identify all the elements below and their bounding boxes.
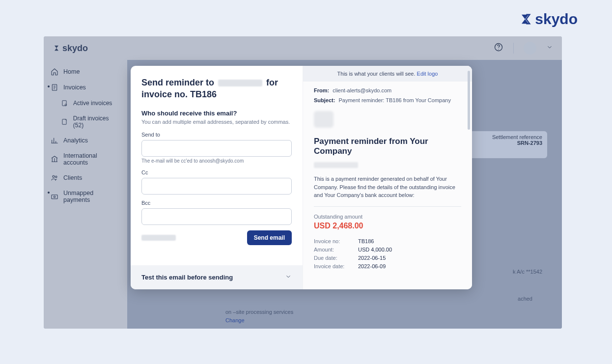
send-to-label: Send to (141, 132, 292, 138)
invoice-date-value: 2022-06-09 (358, 263, 386, 269)
active-bullet (48, 192, 50, 194)
draft-icon (60, 118, 68, 126)
sidebar-item-unmapped[interactable]: Unmapped payments (44, 186, 127, 207)
modal-form-panel: Send reminder to for invoice no. TB186 W… (131, 66, 303, 289)
sidebar-item-international[interactable]: International accounts (44, 148, 127, 170)
app-logo-text: skydo (62, 43, 88, 54)
active-bullet (48, 85, 50, 87)
bcc-label: Bcc (141, 200, 292, 206)
subject-label: Subject: (314, 97, 335, 103)
bg-bank-text: k A/c **1542 (513, 269, 542, 275)
modal-title: Send reminder to for invoice no. TB186 (141, 77, 292, 101)
sidebar-item-clients[interactable]: Clients (44, 170, 127, 186)
sidebar-item-label: Clients (63, 174, 82, 181)
preview-subject-row: Subject: Payment reminder: TB186 from Yo… (314, 97, 461, 103)
settlement-card: Settlement reference SRN-2793 (469, 131, 547, 158)
svg-point-7 (56, 176, 57, 177)
sidebar-item-invoices[interactable]: Invoices (44, 80, 127, 95)
cc-label: Cc (141, 169, 292, 175)
send-reminder-modal: Send reminder to for invoice no. TB186 W… (131, 66, 472, 289)
send-email-button[interactable]: Send email (247, 230, 292, 245)
sidebar-item-home[interactable]: Home (44, 64, 127, 80)
payment-icon (51, 193, 58, 200)
brand-logo: skydo (518, 11, 578, 28)
sidebar-item-active-invoices[interactable]: Active invoices (44, 95, 127, 111)
bg-service-snippet: on –site processing services Change (225, 308, 293, 324)
bg-change-link[interactable]: Change (225, 316, 293, 325)
settlement-value: SRN-2793 (473, 140, 542, 146)
redacted-greeting (314, 162, 358, 168)
subject-value: Payment reminder: TB186 from Your Compan… (338, 97, 450, 103)
sidebar-item-label: Active invoices (73, 100, 112, 107)
home-icon (51, 68, 58, 76)
preview-banner: This is what your clients will see. Edit… (303, 66, 472, 82)
sidebar-item-label: Unmapped payments (63, 190, 120, 203)
svg-rect-8 (52, 195, 57, 199)
from-value: client-alerts@skydo.com (333, 87, 391, 93)
send-to-input[interactable] (141, 140, 292, 157)
sidebar-item-label: Home (63, 68, 80, 75)
edit-logo-link[interactable]: Edit logo (417, 71, 438, 77)
preview-banner-text: This is what your clients will see. (337, 71, 416, 77)
from-label: From: (314, 87, 329, 93)
preview-from-row: From: client-alerts@skydo.com (314, 87, 461, 93)
company-logo-placeholder (314, 111, 334, 128)
active-invoice-icon (60, 99, 68, 107)
outstanding-label: Outstanding amount (314, 214, 461, 220)
app-window: skydo Home Invoices (44, 36, 562, 329)
test-email-section[interactable]: Test this email before sending (131, 265, 303, 289)
sidebar-item-label: Invoices (63, 84, 86, 91)
brand-name: skydo (535, 11, 578, 28)
divider (314, 206, 461, 207)
brand-mark-icon (53, 44, 60, 52)
chevron-down-icon (285, 273, 292, 281)
app-logo[interactable]: skydo (53, 43, 88, 54)
sidebar: Home Invoices Active invoices Draft invo… (44, 60, 127, 329)
sidebar-item-label: Draft invoices (52) (73, 115, 120, 129)
svg-point-1 (498, 49, 499, 50)
preview-body: This is a payment reminder generated on … (314, 175, 461, 199)
invoice-details-table: Invoice no: TB186 Amount: USD 4,000.00 D… (314, 238, 461, 269)
avatar[interactable] (524, 42, 536, 55)
send-to-help: The e-mail will be cc'ed to anoosh@skydo… (141, 158, 292, 164)
invoice-icon (51, 84, 58, 91)
bg-service-text: on –site processing services (225, 308, 293, 316)
cc-input[interactable] (141, 178, 292, 195)
sidebar-item-label: International accounts (63, 152, 120, 166)
modal-title-prefix: Send reminder to (141, 78, 214, 87)
brand-mark-icon (518, 12, 532, 26)
svg-point-6 (53, 175, 55, 177)
svg-rect-3 (62, 101, 66, 106)
sidebar-item-analytics[interactable]: Analytics (44, 133, 127, 148)
svg-point-9 (54, 196, 55, 197)
test-email-label: Test this email before sending (141, 274, 233, 281)
due-date-label: Due date: (314, 255, 358, 261)
settlement-label: Settlement reference (473, 134, 542, 140)
chevron-down-icon[interactable] (546, 44, 553, 53)
invoice-date-label: Invoice date: (314, 263, 358, 269)
amount-value: USD 4,000.00 (358, 247, 392, 252)
form-hint: You can add multiple email addresses, se… (141, 119, 292, 125)
redacted-recipient (218, 80, 262, 86)
sidebar-item-draft-invoices[interactable]: Draft invoices (52) (44, 111, 127, 133)
invoice-no-label: Invoice no: (314, 238, 358, 244)
bank-icon (51, 155, 58, 163)
due-date-value: 2022-06-15 (358, 255, 386, 261)
scrollbar[interactable] (468, 71, 470, 130)
form-subheading: Who should receive this email? (141, 110, 292, 117)
bg-attached-text: ached (518, 296, 532, 302)
email-preview-panel: This is what your clients will see. Edit… (303, 66, 472, 289)
bcc-input[interactable] (141, 208, 292, 225)
clients-icon (51, 174, 58, 182)
redacted-text (141, 235, 176, 241)
outstanding-amount: USD 2,468.00 (314, 222, 461, 230)
amount-label: Amount: (314, 247, 358, 252)
invoice-no-value: TB186 (358, 238, 374, 244)
analytics-icon (51, 137, 58, 144)
preview-title: Payment reminder from Your Company (314, 137, 461, 156)
header-divider (513, 43, 514, 54)
help-icon[interactable] (494, 42, 503, 54)
sidebar-item-label: Analytics (63, 137, 88, 144)
app-header: skydo (44, 36, 562, 60)
